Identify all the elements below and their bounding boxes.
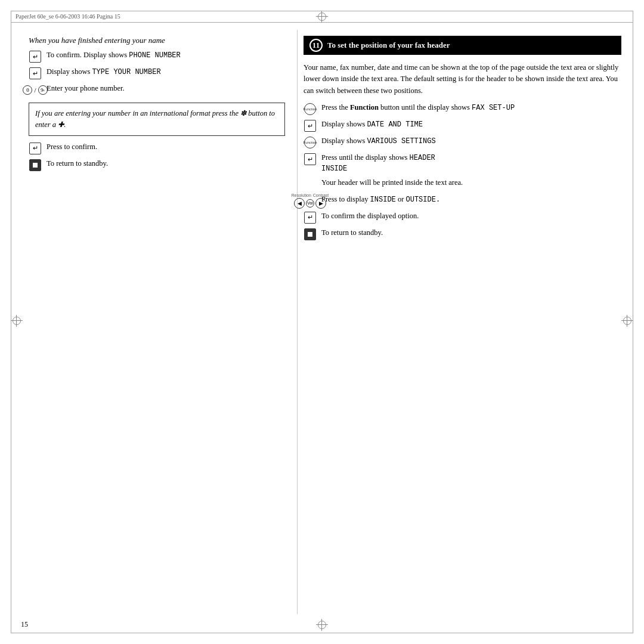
right-step2-text: Display shows DATE AND TIME	[321, 119, 423, 130]
left-column: When you have finished entering your nam…	[11, 30, 297, 614]
right-step8-text: To return to standby.	[321, 228, 383, 239]
confirm-button-r3: ↵	[304, 212, 316, 224]
step4-text: Press to confirm.	[47, 142, 97, 153]
step-press-confirm: ↵ Press to confirm.	[29, 142, 285, 155]
right-step2-mono: DATE AND TIME	[367, 120, 423, 129]
left-heading: When you have finished entering your nam…	[29, 36, 285, 45]
confirm-button-1: ↵	[29, 51, 41, 63]
09-button: 0 / 9s	[23, 85, 47, 95]
step1-mono: PHONE NUMBER	[129, 51, 180, 60]
function-bold: Function	[350, 103, 379, 112]
right-step6-text: Press to display INSIDE or OUTSIDE.	[321, 194, 440, 205]
right-step7-text: To confirm the displayed option.	[321, 211, 419, 222]
page-number: 15	[21, 620, 28, 629]
slash: /	[34, 86, 36, 94]
right-step1-text: Press the Function button until the disp…	[321, 103, 515, 113]
step2-text: Display shows TYPE YOUR NUMBER	[47, 67, 161, 78]
step1-text: To confirm. Display shows PHONE NUMBER	[47, 50, 181, 61]
confirm-icon-2: ↵	[29, 67, 42, 80]
right-step-function: Function Press the Function button until…	[304, 103, 621, 116]
step-enter-phone: 0 / 9s Enter your phone number.	[29, 83, 285, 97]
function-icon-2: Function	[304, 136, 317, 149]
content-area: When you have finished entering your nam…	[11, 30, 633, 614]
section-number: 11	[309, 39, 323, 52]
top-center-crosshair	[316, 11, 328, 24]
nav-icon: Resolution Contrast ◀ Vol ▶	[304, 194, 317, 208]
step-confirm-phone: ↵ To confirm. Display shows PHONE NUMBER	[29, 50, 285, 63]
right-step-header: ↵ Press until the display shows HEADERIN…	[304, 153, 621, 174]
right-step3-text: Display shows VARIOUS SETTINGS	[321, 136, 436, 147]
right-step1-mono: FAX SET-UP	[472, 104, 515, 112]
note-text: If you are entering your number in an in…	[35, 109, 275, 129]
right-step-date-time: ↵ Display shows DATE AND TIME	[304, 119, 621, 132]
section-title: To set the position of your fax header	[327, 41, 450, 50]
international-note: If you are entering your number in an in…	[29, 103, 285, 136]
function-button-1: Function	[304, 103, 316, 115]
header-text: PaperJet 60e_se 6-06-2003 16:46 Pagina 1…	[16, 13, 120, 20]
function-icon-1: Function	[304, 103, 317, 116]
stop-icon-2	[304, 228, 317, 241]
confirm-icon-1: ↵	[29, 50, 42, 63]
right-step-confirm-opt: ↵ To confirm the displayed option.	[304, 211, 621, 224]
stop-button-2	[304, 228, 316, 240]
step3-text: Enter your phone number.	[47, 83, 125, 94]
right-step4-text: Press until the display shows HEADERINSI…	[321, 153, 435, 174]
0-button: 0	[23, 85, 32, 95]
function-button-2: Function	[304, 137, 316, 148]
stop-button-1	[29, 159, 41, 171]
right-step5-text: Your header will be printed inside the t…	[321, 178, 463, 188]
right-step-standby: To return to standby.	[304, 228, 621, 241]
confirm-icon-r1: ↵	[304, 119, 317, 132]
bottom-center-crosshair	[316, 619, 328, 633]
right-step-nav: Resolution Contrast ◀ Vol ▶ Press to dis…	[304, 194, 621, 208]
step2-mono: TYPE YOUR NUMBER	[92, 68, 160, 76]
right-step4-mono: HEADERINSIDE	[321, 154, 435, 173]
right-step3-mono: VARIOUS SETTINGS	[367, 137, 435, 145]
right-column: 11 To set the position of your fax heade…	[297, 30, 633, 614]
spacer-icon	[304, 178, 317, 191]
confirm-button-r1: ↵	[304, 120, 316, 132]
stop-icon-1	[29, 159, 42, 172]
confirm-icon-3: ↵	[29, 142, 42, 155]
step-return-standby: To return to standby.	[29, 159, 285, 172]
confirm-button-3: ↵	[29, 143, 41, 154]
vol-button: Vol	[306, 199, 314, 208]
confirm-button-2: ↵	[29, 67, 41, 79]
step-type-number: ↵ Display shows TYPE YOUR NUMBER	[29, 67, 285, 80]
confirm-button-r2: ↵	[304, 153, 316, 165]
step5-text: To return to standby.	[47, 159, 108, 169]
right-step-various: Function Display shows VARIOUS SETTINGS	[304, 136, 621, 149]
section-header: 11 To set the position of your fax heade…	[304, 36, 621, 55]
right-step6-mono1: INSIDE	[370, 196, 396, 204]
right-step-body2: Your header will be printed inside the t…	[304, 178, 621, 191]
right-body-text: Your name, fax number, date and time can…	[304, 62, 621, 97]
09-icon: 0 / 9s	[29, 83, 42, 97]
right-step6-mono2: OUTSIDE.	[406, 196, 441, 204]
confirm-icon-r2: ↵	[304, 153, 317, 166]
confirm-icon-r3: ↵	[304, 211, 317, 224]
